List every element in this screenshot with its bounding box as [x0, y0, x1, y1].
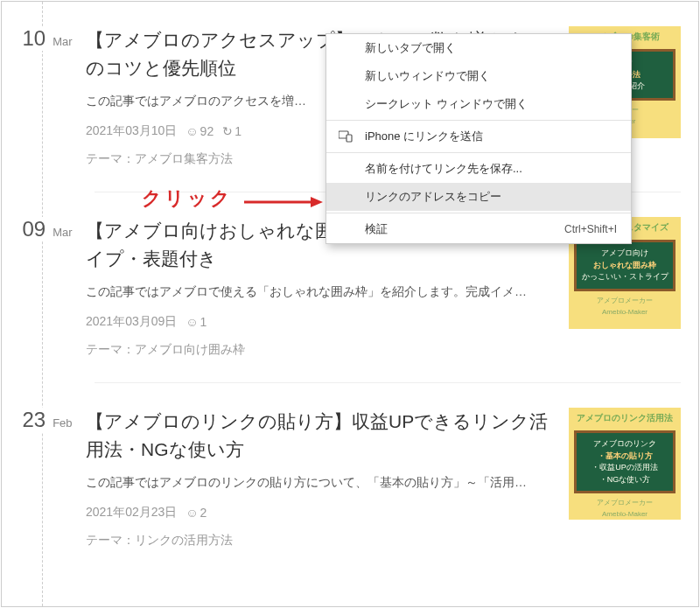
thumb-line: ・基本の貼り方 — [580, 451, 669, 463]
thumb-foot2: Ameblo-Maker — [569, 507, 681, 518]
smile-value: 1 — [200, 315, 207, 329]
theme-prefix: テーマ： — [86, 151, 135, 165]
post-excerpt: この記事ではアメブロのリンクの貼り方について、「基本の貼り方」～「活用… — [86, 475, 560, 491]
context-menu-label: iPhone にリンクを送信 — [365, 129, 483, 144]
theme-link[interactable]: リンクの活用方法 — [135, 533, 233, 547]
date-day: 10 — [18, 26, 49, 51]
context-menu-item[interactable]: 新しいウィンドウで開く — [326, 62, 631, 90]
theme-link[interactable]: アメブロ集客方法 — [135, 151, 233, 165]
context-menu-label: 名前を付けてリンク先を保存... — [365, 161, 522, 177]
smile-value: 2 — [200, 506, 207, 520]
thumb-line: アメブロのリンク — [580, 438, 669, 451]
date-month: Mar — [49, 226, 75, 239]
repost-value: 1 — [234, 124, 242, 138]
thumb-line: ・NGな使い方 — [580, 474, 669, 486]
thumb-board: アメブロのリンク・基本の貼り方・収益UPの活用法・NGな使い方 — [574, 430, 676, 493]
context-menu-item[interactable]: シークレット ウィンドウで開く — [326, 90, 631, 118]
theme-link[interactable]: アメブロ向け囲み枠 — [135, 342, 245, 356]
annotation-arrow — [244, 196, 323, 208]
context-menu-label: リンクのアドレスをコピー — [365, 189, 501, 205]
smile-icon: ☺ — [186, 124, 198, 138]
thumb-line: かっこいい・ストライプ — [580, 271, 669, 283]
post-date: 2021年03月10日 — [86, 123, 177, 139]
post-theme: テーマ：リンクの活用方法 — [86, 533, 560, 549]
post-date: 2021年02月23日 — [86, 505, 177, 521]
context-menu-item[interactable]: 新しいタブで開く — [326, 34, 631, 62]
post: 23Feb【アメブロのリンクの貼り方】収益UPできるリンク活用法・NGな使い方こ… — [16, 383, 698, 573]
context-menu-label: 新しいタブで開く — [365, 40, 456, 56]
post-meta: 2021年02月23日☺2 — [86, 505, 560, 521]
thumb-line: アメブロ向け — [580, 248, 669, 260]
date-column: 09Mar — [16, 217, 79, 358]
thumb-line: ・収益UPの活用法 — [580, 462, 669, 474]
context-menu-item[interactable]: リンクのアドレスをコピー — [326, 183, 631, 211]
post-body: 【アメブロのリンクの貼り方】収益UPできるリンク活用法・NGな使い方この記事では… — [79, 408, 560, 549]
theme-prefix: テーマ： — [86, 533, 135, 547]
context-menu-label: 新しいウィンドウで開く — [365, 68, 490, 84]
context-menu-item[interactable]: iPhone にリンクを送信 — [326, 122, 631, 150]
date-day: 23 — [18, 408, 49, 432]
thumb-board: アメブロ向けおしゃれな囲み枠かっこいい・ストライプ — [574, 240, 676, 291]
context-menu-separator — [326, 152, 631, 153]
smile-count[interactable]: ☺1 — [186, 315, 206, 329]
context-menu-label: 検証 — [365, 221, 388, 237]
thumb-foot1: アメブロメーカー — [569, 293, 681, 305]
svg-rect-1 — [346, 135, 352, 142]
post-theme: テーマ：アメブロ向け囲み枠 — [86, 342, 560, 358]
svg-marker-3 — [311, 197, 323, 207]
smile-icon: ☺ — [186, 506, 198, 520]
post-title-link[interactable]: 【アメブロのリンクの貼り方】収益UPできるリンク活用法・NGな使い方 — [86, 408, 560, 463]
smile-icon: ☺ — [186, 315, 198, 329]
thumb-line: おしゃれな囲み枠 — [580, 260, 669, 272]
blog-timeline-frame: 10Mar【アメブロのアクセスアップ】アクセス数を増やす9つのコツと優先順位この… — [1, 1, 699, 607]
devices-icon — [339, 130, 353, 143]
date-column: 23Feb — [16, 408, 79, 549]
post-date: 2021年03月09日 — [86, 314, 177, 330]
context-menu-separator — [326, 120, 631, 121]
thumb-foot1: アメブロメーカー — [569, 495, 681, 507]
smile-count[interactable]: ☺2 — [186, 506, 206, 520]
post-excerpt: この記事ではアメブロで使える「おしゃれな囲み枠」を紹介します。完成イメ… — [86, 284, 560, 300]
context-menu-label: シークレット ウィンドウで開く — [365, 96, 528, 112]
post-thumbnail[interactable]: アメブロのリンク活用法アメブロのリンク・基本の貼り方・収益UPの活用法・NGな使… — [569, 408, 681, 520]
date-column: 10Mar — [16, 26, 79, 167]
date-month: Mar — [49, 35, 75, 48]
smile-count[interactable]: ☺92 — [186, 124, 214, 138]
context-menu: 新しいタブで開く新しいウィンドウで開くシークレット ウィンドウで開くiPhone… — [326, 33, 632, 244]
thumb-head: アメブロのリンク活用法 — [569, 408, 681, 429]
context-menu-item[interactable]: 名前を付けてリンク先を保存... — [326, 155, 631, 183]
context-menu-separator — [326, 213, 631, 213]
smile-value: 92 — [200, 124, 214, 138]
repost-icon: ↻ — [222, 124, 233, 138]
post-meta: 2021年03月09日☺1 — [86, 314, 560, 330]
repost-count[interactable]: ↻1 — [222, 124, 242, 138]
theme-prefix: テーマ： — [86, 342, 135, 356]
context-menu-item[interactable]: 検証Ctrl+Shift+I — [326, 215, 631, 243]
date-day: 09 — [18, 217, 49, 241]
context-menu-shortcut: Ctrl+Shift+I — [564, 223, 617, 235]
thumb-foot2: Ameblo-Maker — [569, 305, 681, 316]
annotation-click-label: クリック — [142, 185, 233, 212]
date-month: Feb — [49, 416, 75, 430]
